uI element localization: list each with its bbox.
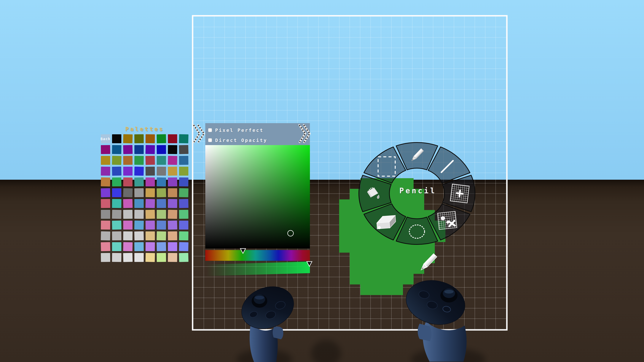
palette-swatch[interactable] bbox=[134, 199, 144, 208]
palette-swatch[interactable] bbox=[112, 134, 121, 143]
palette-swatch[interactable] bbox=[157, 253, 166, 262]
palette-swatch[interactable] bbox=[134, 231, 144, 240]
pixel-perfect-checkbox[interactable] bbox=[208, 128, 212, 132]
palette-swatch[interactable] bbox=[179, 167, 188, 176]
palette-swatch[interactable] bbox=[156, 242, 166, 251]
palette-swatch[interactable] bbox=[157, 199, 166, 208]
palette-swatch[interactable] bbox=[134, 156, 144, 165]
palette-swatch[interactable] bbox=[157, 145, 166, 154]
palette-swatch[interactable] bbox=[168, 199, 178, 208]
palette-swatch[interactable] bbox=[134, 253, 144, 262]
palette-swatch[interactable] bbox=[157, 210, 166, 219]
palette-swatch[interactable] bbox=[179, 145, 188, 154]
palette-swatch[interactable] bbox=[156, 231, 166, 240]
palette-swatch[interactable] bbox=[123, 221, 132, 230]
palette-swatch[interactable] bbox=[123, 134, 132, 143]
palette-swatch[interactable] bbox=[101, 231, 110, 240]
palette-swatch[interactable] bbox=[112, 210, 121, 219]
palette-swatch[interactable] bbox=[134, 220, 144, 230]
palette-swatch[interactable] bbox=[145, 156, 155, 165]
palette-swatch[interactable] bbox=[112, 188, 121, 197]
palette-swatch[interactable] bbox=[179, 210, 188, 219]
palette-swatch[interactable] bbox=[134, 145, 144, 154]
palette-swatch[interactable] bbox=[112, 145, 122, 154]
palette-swatch[interactable] bbox=[101, 253, 110, 262]
palette-swatch[interactable] bbox=[112, 242, 121, 251]
palette-swatch[interactable] bbox=[168, 156, 177, 165]
hue-slider[interactable] bbox=[205, 250, 310, 261]
palette-swatch[interactable] bbox=[123, 199, 132, 208]
palette-swatch[interactable] bbox=[123, 242, 132, 251]
palette-swatch[interactable] bbox=[168, 177, 178, 187]
palette-swatch[interactable] bbox=[123, 145, 132, 154]
palette-swatch[interactable] bbox=[146, 134, 155, 143]
palette-swatch[interactable] bbox=[168, 145, 178, 154]
palette-swatch[interactable] bbox=[112, 253, 122, 262]
palette-swatch[interactable] bbox=[123, 167, 132, 176]
palette-swatch[interactable] bbox=[156, 134, 166, 143]
palette-swatch[interactable] bbox=[134, 242, 144, 251]
palette-swatch[interactable] bbox=[168, 253, 178, 262]
palette-swatch[interactable] bbox=[179, 221, 188, 230]
palette-swatch[interactable] bbox=[101, 188, 110, 197]
palette-swatch[interactable] bbox=[179, 177, 188, 187]
palette-swatch[interactable] bbox=[179, 253, 188, 262]
palette-swatch[interactable] bbox=[112, 166, 121, 176]
palette-swatch[interactable] bbox=[134, 177, 144, 186]
palette-swatch[interactable] bbox=[134, 188, 144, 197]
palette-swatch[interactable] bbox=[101, 145, 110, 154]
palette-swatch[interactable] bbox=[123, 156, 133, 165]
palette-swatch[interactable] bbox=[168, 134, 177, 143]
sv-cursor-icon[interactable] bbox=[288, 230, 294, 236]
palette-swatch[interactable] bbox=[101, 177, 110, 186]
palette-swatch[interactable] bbox=[179, 199, 188, 208]
palette-swatch[interactable] bbox=[179, 242, 188, 251]
palette-swatch[interactable] bbox=[146, 242, 155, 251]
palette-swatch[interactable] bbox=[179, 188, 188, 197]
palette-swatch[interactable] bbox=[146, 167, 155, 176]
palette-swatch[interactable] bbox=[134, 166, 144, 176]
palette-swatch[interactable] bbox=[168, 242, 177, 251]
palette-swatch[interactable] bbox=[179, 156, 188, 165]
saturation-value-area[interactable] bbox=[205, 145, 310, 249]
palette-swatch[interactable] bbox=[146, 177, 155, 186]
palette-swatch[interactable] bbox=[112, 199, 122, 208]
palette-swatch[interactable] bbox=[101, 167, 110, 176]
palette-swatch[interactable] bbox=[168, 220, 177, 230]
palette-swatch[interactable] bbox=[123, 210, 133, 219]
palette-swatch[interactable] bbox=[101, 221, 110, 230]
palette-swatch[interactable] bbox=[134, 134, 144, 143]
palette-swatch[interactable] bbox=[168, 166, 177, 176]
palette-swatch[interactable] bbox=[168, 210, 177, 219]
palette-swatch[interactable] bbox=[168, 188, 177, 197]
palette-swatch[interactable] bbox=[146, 221, 155, 230]
palette-swatch[interactable] bbox=[112, 177, 122, 187]
palette-swatch[interactable] bbox=[179, 134, 188, 143]
palette-swatch[interactable] bbox=[145, 145, 155, 154]
palette-swatch[interactable] bbox=[101, 210, 110, 219]
palette-swatch[interactable] bbox=[145, 210, 155, 219]
palette-swatch[interactable] bbox=[123, 253, 132, 262]
palette-swatch[interactable] bbox=[112, 156, 121, 165]
palette-swatch[interactable] bbox=[112, 231, 122, 241]
palette-swatch[interactable] bbox=[156, 188, 166, 197]
palette-swatch[interactable] bbox=[168, 231, 178, 241]
palette-swatch[interactable] bbox=[123, 188, 132, 197]
palette-swatch[interactable] bbox=[157, 221, 166, 230]
palette-swatch[interactable] bbox=[145, 253, 155, 262]
palette-swatch[interactable] bbox=[123, 231, 133, 241]
direct-opacity-checkbox[interactable] bbox=[208, 138, 212, 142]
palette-swatch[interactable] bbox=[146, 231, 155, 240]
palette-swatch[interactable] bbox=[112, 220, 121, 230]
palette-swatch[interactable] bbox=[146, 188, 155, 197]
palette-swatch[interactable] bbox=[157, 167, 166, 176]
palette-swatch[interactable] bbox=[123, 177, 133, 187]
palette-swatch[interactable] bbox=[145, 199, 155, 208]
opacity-slider[interactable] bbox=[206, 262, 310, 276]
palette-swatch[interactable] bbox=[157, 156, 166, 165]
palette-swatch[interactable] bbox=[156, 177, 166, 186]
palette-swatch[interactable] bbox=[101, 156, 110, 165]
palette-swatch[interactable] bbox=[101, 242, 110, 251]
palette-swatch[interactable] bbox=[101, 199, 110, 208]
palette-swatch[interactable] bbox=[134, 210, 144, 219]
